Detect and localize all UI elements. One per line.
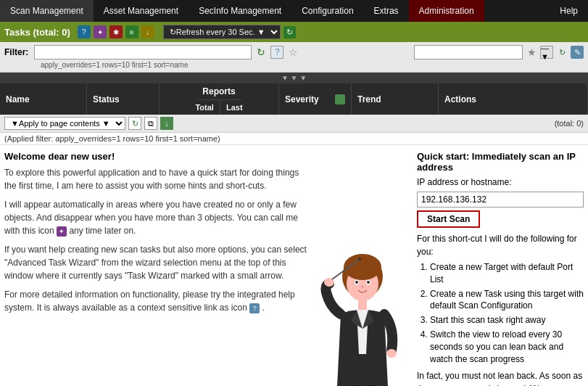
apply-export-icon[interactable]: ↓ <box>160 117 173 130</box>
svg-point-5 <box>355 281 358 284</box>
help-icon[interactable]: ? <box>78 25 91 38</box>
right-filter-input[interactable] <box>414 45 523 59</box>
nav-asset-management[interactable]: Asset Management <box>94 0 189 22</box>
page-title: Tasks (total: 0) <box>4 27 70 38</box>
nav-secinfo-management[interactable]: SecInfo Management <box>189 0 291 22</box>
quickstart-step-4: Switch the view to reload every 30 secon… <box>430 329 584 365</box>
th-actions[interactable]: Actions <box>439 83 588 115</box>
filter-hint: apply_overrides=1 rows=10 first=1 sort=n… <box>41 61 584 69</box>
right-filter-star[interactable]: ★ <box>525 46 538 59</box>
right-filter-refresh[interactable]: ↻ <box>555 46 568 59</box>
filter-applied-row: (Applied filter: apply_overrides=1 rows=… <box>0 133 588 145</box>
apply-row: ▼Apply to page contents ▼ ↻ ⧉ ↓ (total: … <box>0 115 588 133</box>
quickstart-panel: Quick start: Immediately scan an IP addr… <box>417 151 584 386</box>
filter-input[interactable] <box>34 45 252 59</box>
welcome-panel: Welcome dear new user! To explore this p… <box>4 151 308 386</box>
welcome-p2: I will appear automatically in areas whe… <box>4 198 308 237</box>
th-reports: Reports Total Last <box>160 83 279 115</box>
content-area: Welcome dear new user! To explore this p… <box>0 145 588 386</box>
quickstart-step-1: Create a new Target with default Port Li… <box>430 261 584 286</box>
new-task-icon[interactable]: ✱ <box>109 25 123 38</box>
table-header: Name Status Reports Total Last Severity … <box>0 83 588 115</box>
svg-rect-8 <box>358 300 367 310</box>
svg-point-7 <box>361 286 364 288</box>
sort-arrows-row: ▼ ▼ ▼ <box>0 73 588 83</box>
refresh-button[interactable]: ↻ <box>283 26 296 38</box>
filter-row: Filter: ↻ ? ☆ ★ —▼ ↻ ✎ apply_overrides=1… <box>0 42 588 73</box>
export-icon[interactable]: ↓ <box>141 25 154 38</box>
quickstart-heading: Quick start: Immediately scan an IP addr… <box>417 151 584 173</box>
help-inline-icon[interactable]: ? <box>249 303 260 313</box>
filter-help-icon[interactable]: ? <box>270 46 283 59</box>
quickstart-step-3: Start this scan task right away <box>430 314 584 327</box>
right-filter-edit[interactable]: ✎ <box>571 46 584 59</box>
task-list-icon[interactable]: ≡ <box>125 25 138 38</box>
apply-select[interactable]: ▼Apply to page contents ▼ <box>4 117 125 130</box>
toolbar-row: Tasks (total: 0) ? ✦ ✱ ≡ ↓ ↻Refresh ever… <box>0 22 588 42</box>
svg-point-6 <box>367 281 370 284</box>
wizard-image <box>319 249 406 386</box>
welcome-p3: If you want help creating new scan tasks… <box>4 243 308 282</box>
right-filter-toggle[interactable]: —▼ <box>540 46 553 59</box>
th-name[interactable]: Name <box>0 83 87 115</box>
quickstart-step-2: Create a new Task using this target with… <box>430 288 584 313</box>
apply-refresh-icon[interactable]: ↻ <box>128 117 141 130</box>
wizard-inline-icon[interactable]: ✦ <box>57 226 67 237</box>
filter-refresh-icon[interactable]: ↻ <box>254 46 268 59</box>
th-reports-last[interactable]: Last <box>220 100 249 115</box>
nav-configuration[interactable]: Configuration <box>291 0 363 22</box>
filter-bookmark-icon[interactable]: ☆ <box>286 46 299 59</box>
wizard-icon[interactable]: ✦ <box>94 25 107 38</box>
refresh-select[interactable]: ↻Refresh every 30 Sec. ▼ <box>163 25 281 39</box>
start-scan-button[interactable]: Start Scan <box>417 210 480 228</box>
apply-copy-icon[interactable]: ⧉ <box>144 117 157 130</box>
wizard-character <box>315 151 410 386</box>
nav-help[interactable]: Help <box>550 0 588 22</box>
filter-label: Filter: <box>4 47 28 57</box>
nav-scan-management[interactable]: Scan Management <box>0 0 94 22</box>
nav-administration[interactable]: Administration <box>409 0 484 22</box>
th-status[interactable]: Status <box>87 83 160 115</box>
welcome-heading: Welcome dear new user! <box>4 151 308 162</box>
table-total: (total: 0) <box>555 119 584 128</box>
th-reports-total[interactable]: Total <box>189 100 220 115</box>
th-trend[interactable]: Trend <box>352 83 439 115</box>
quickstart-steps-list: Create a new Target with default Port Li… <box>417 261 584 365</box>
quickstart-ip-label: IP address or hostname: <box>417 176 584 189</box>
top-navigation: Scan Management Asset Management SecInfo… <box>0 0 588 22</box>
th-severity[interactable]: Severity <box>279 83 352 115</box>
welcome-p4: For more detailed information on functio… <box>4 288 308 314</box>
svg-point-11 <box>358 258 361 260</box>
th-reports-label[interactable]: Reports <box>196 83 241 100</box>
welcome-p1: To explore this powerful application and… <box>4 166 308 192</box>
quickstart-ip-input[interactable] <box>417 192 584 208</box>
quickstart-note: In fact, you must not lean back. As soon… <box>417 369 584 386</box>
sort-arrows: ▼ ▼ ▼ <box>281 74 307 82</box>
svg-point-12 <box>386 349 397 358</box>
quickstart-shortcut-label: For this short-cut I will do the followi… <box>417 232 584 258</box>
nav-extras[interactable]: Extras <box>364 0 409 22</box>
severity-chart-icon <box>335 94 345 104</box>
